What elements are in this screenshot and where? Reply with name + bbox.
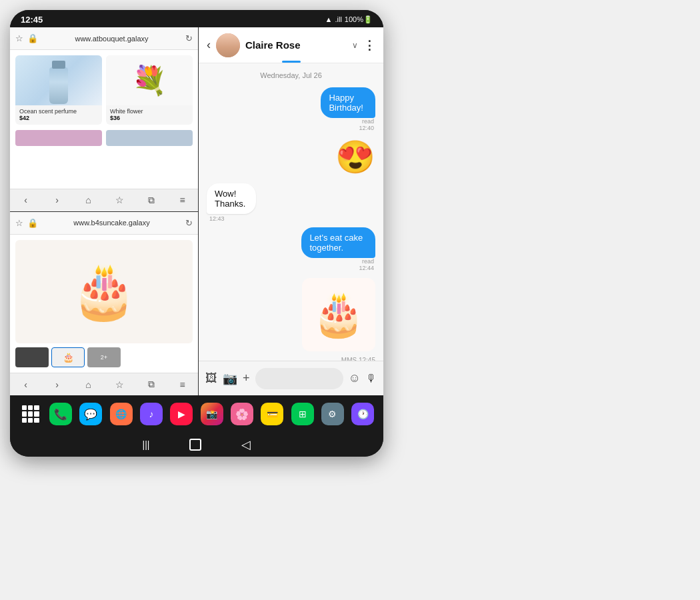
- cake-text-bubble: Let's eat cake together.: [301, 227, 375, 258]
- menu-btn-bottom[interactable]: ≡: [173, 379, 192, 390]
- dock-clock-app[interactable]: 🕐: [351, 403, 374, 425]
- perfume-name: Ocean scent perfume: [19, 108, 98, 115]
- dock-browser-app[interactable]: 🌐: [110, 403, 133, 425]
- browser-top-url[interactable]: www.atbouquet.galaxy: [42, 35, 181, 43]
- home-nav-btn[interactable]: [189, 439, 201, 451]
- browser-bottom-nav: ‹ › ⌂ ☆ ⧉ ≡: [10, 373, 198, 395]
- contact-name[interactable]: Claire Rose: [245, 39, 347, 51]
- refresh-icon-2[interactable]: ↻: [185, 218, 193, 228]
- lock-icon: 🔒: [27, 33, 38, 43]
- message-input-bar: 🖼 📷 + ☺ 🎙: [199, 361, 383, 395]
- navigation-bar: ||| ◁: [10, 433, 383, 457]
- message-body: Wednesday, Jul 26 Happy Birthday! read12…: [199, 63, 383, 361]
- star-icon-2[interactable]: ☆: [15, 218, 23, 228]
- tabs-btn-top[interactable]: ⧉: [142, 195, 161, 206]
- plus-icon[interactable]: +: [243, 371, 250, 385]
- perfume-price: $42: [19, 115, 98, 121]
- tabs-btn-bottom[interactable]: ⧉: [142, 379, 161, 390]
- flower-price: $36: [110, 115, 189, 121]
- perfume-info: Ocean scent perfume $42: [15, 105, 102, 125]
- home-btn-bottom[interactable]: ⌂: [79, 379, 98, 390]
- perfume-image: [15, 55, 102, 105]
- browser-top-bar: ☆ 🔒 www.atbouquet.galaxy ↻: [10, 27, 198, 50]
- gallery-icon[interactable]: 🖼: [205, 371, 217, 385]
- browser-top-content: Ocean scent perfume $42 💐 White flower: [10, 50, 198, 189]
- flower-image: 💐: [106, 55, 193, 105]
- browser-bottom-url[interactable]: www.b4suncake.galaxy: [42, 219, 181, 227]
- dock-music-app[interactable]: ♪: [140, 403, 163, 425]
- message-row-birthday: Happy Birthday! read12:40: [207, 87, 375, 131]
- browser-top-nav: ‹ › ⌂ ☆ ⧉ ≡: [10, 189, 198, 211]
- back-button[interactable]: ‹: [207, 38, 211, 52]
- apps-grid: [19, 403, 42, 425]
- dock-instagram-app[interactable]: 📸: [201, 403, 223, 425]
- message-input-field[interactable]: [255, 368, 343, 389]
- flower-emoji: 💐: [132, 55, 167, 105]
- phone-device: 12:45 ▲ .ill 100%🔋 ☆ 🔒 www.atbouquet.gal…: [10, 10, 383, 457]
- cake-mms-image: 🎂: [302, 278, 375, 351]
- back-btn-bottom[interactable]: ‹: [17, 379, 35, 390]
- sent-msg-emoji: 😍: [335, 135, 375, 179]
- avatar-face: [216, 33, 240, 57]
- active-indicator: [282, 61, 301, 63]
- bookmark-btn-bottom[interactable]: ☆: [111, 379, 129, 390]
- browser-bottom-content: 🎂 🎂 2+: [10, 235, 198, 373]
- browser-bottom-bar: ☆ 🔒 www.b4suncake.galaxy ↻: [10, 212, 198, 235]
- flower-name: White flower: [110, 108, 189, 115]
- dock-youtube-app[interactable]: ▶: [170, 403, 193, 425]
- cake-main-image: 🎂: [15, 240, 193, 344]
- camera-icon[interactable]: 📷: [223, 371, 237, 386]
- message-row-thanks: Wow! Thanks. 12:43: [207, 183, 375, 223]
- cake-thumbnails: 🎂 2+: [15, 347, 193, 367]
- message-row-cake-img: 🎂 MMS 12:45: [207, 275, 375, 361]
- date-divider: Wednesday, Jul 26: [207, 71, 375, 79]
- status-time: 12:45: [21, 15, 43, 25]
- product-grid: Ocean scent perfume $42 💐 White flower: [15, 55, 193, 125]
- star-icon[interactable]: ☆: [15, 33, 23, 43]
- swatch-pink[interactable]: [15, 130, 102, 146]
- back-nav-btn[interactable]: ◁: [241, 437, 251, 452]
- color-swatches: [15, 130, 193, 146]
- browser-bottom: ☆ 🔒 www.b4suncake.galaxy ↻ 🎂 🎂: [10, 212, 198, 396]
- dock-phone-app[interactable]: 📞: [49, 403, 72, 425]
- dock-apps-icon[interactable]: [19, 403, 42, 425]
- dock-grid-app[interactable]: ⊞: [291, 403, 314, 425]
- thanks-time: 12:43: [209, 215, 275, 222]
- thumb-3[interactable]: 2+: [87, 347, 121, 367]
- signal-icon: .ill: [335, 15, 341, 23]
- back-btn-top[interactable]: ‹: [17, 195, 35, 205]
- contact-avatar[interactable]: [216, 33, 240, 57]
- status-bar: 12:45 ▲ .ill 100%🔋: [10, 10, 383, 27]
- phone-body: ☆ 🔒 www.atbouquet.galaxy ↻: [10, 27, 383, 395]
- dock-messages-app[interactable]: 💬: [79, 403, 102, 425]
- swatch-blue[interactable]: [106, 130, 193, 146]
- sent-msg-cake-text: Let's eat cake together. read12:44: [270, 227, 375, 271]
- more-options-icon[interactable]: ⋮: [363, 38, 375, 53]
- forward-btn-bottom[interactable]: ›: [48, 379, 67, 390]
- birthday-bubble: Happy Birthday!: [321, 87, 375, 118]
- perfume-cap-shape: [52, 61, 65, 69]
- emoji-picker-icon[interactable]: ☺: [349, 371, 361, 385]
- contact-chevron-icon[interactable]: ∨: [352, 41, 358, 50]
- status-icons: ▲ .ill 100%🔋: [325, 15, 373, 24]
- recents-nav-btn[interactable]: |||: [143, 439, 150, 450]
- wifi-icon: ▲: [325, 15, 333, 23]
- thumb-2[interactable]: 🎂: [51, 347, 85, 367]
- product-card-flower[interactable]: 💐 White flower $36: [106, 55, 193, 125]
- bookmark-btn-top[interactable]: ☆: [111, 195, 129, 205]
- browser-top: ☆ 🔒 www.atbouquet.galaxy ↻: [10, 27, 198, 212]
- forward-btn-top[interactable]: ›: [48, 195, 67, 205]
- menu-btn-top[interactable]: ≡: [173, 195, 192, 205]
- lock-icon-2: 🔒: [27, 218, 38, 228]
- sent-msg-birthday: Happy Birthday! read12:40: [298, 87, 376, 131]
- refresh-icon[interactable]: ↻: [185, 33, 193, 43]
- home-btn-top[interactable]: ⌂: [79, 195, 98, 205]
- battery-icon: 100%🔋: [345, 15, 373, 24]
- dock-wallet-app[interactable]: 💳: [261, 403, 283, 425]
- voice-input-icon[interactable]: 🎙: [366, 373, 377, 385]
- product-card-perfume[interactable]: Ocean scent perfume $42: [15, 55, 102, 125]
- dock-flower-app[interactable]: 🌸: [231, 403, 253, 425]
- message-row-cake-text: Let's eat cake together. read12:44: [207, 227, 375, 271]
- dock-settings-app[interactable]: ⚙: [321, 403, 344, 425]
- thumb-1[interactable]: [15, 347, 49, 367]
